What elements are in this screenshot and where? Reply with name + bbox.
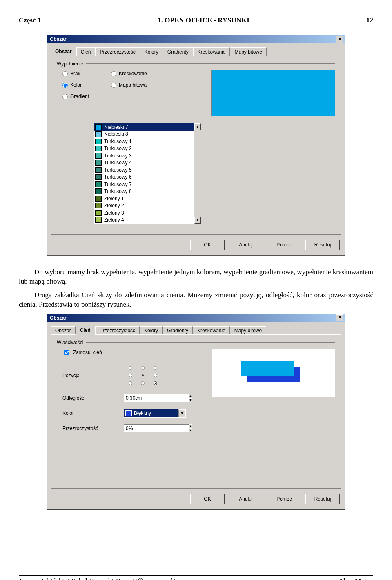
header-center: 1. OPEN OFFICE - RYSUNKI: [158, 16, 249, 25]
color-item[interactable]: Zielony 2: [94, 202, 194, 210]
dialog1-panel: Wypełnienie BrakKolorGradient Kreskowani…: [51, 56, 341, 235]
ok-button[interactable]: OK: [190, 240, 225, 250]
spin-up-icon[interactable]: ▲: [189, 424, 192, 428]
close-icon[interactable]: ✕: [336, 314, 343, 321]
fill-radio-mapa bitowa[interactable]: Mapa bitowa: [111, 81, 147, 89]
dialog2-tabs: ObszarCieńPrzezroczystośćKoloryGradienty…: [47, 322, 345, 334]
area-dialog-2: Obszar ✕ ObszarCieńPrzezroczystośćKolory…: [47, 314, 345, 510]
tab-obszar[interactable]: Obszar: [51, 326, 76, 335]
header-rule: [19, 27, 373, 27]
tab-mapy bitowe[interactable]: Mapy bitowe: [230, 47, 266, 56]
listbox-scrollbar[interactable]: ▲ ▼: [194, 123, 201, 224]
tab-przezroczystość[interactable]: Przezroczystość: [95, 47, 140, 56]
distance-label: Odległość: [62, 395, 124, 401]
scroll-up-icon[interactable]: ▲: [194, 123, 201, 130]
footer-left: Janusz Dębiński, Michał Gawęcki Open Off…: [19, 577, 175, 580]
shadow-preview: [212, 349, 335, 397]
color-item[interactable]: Turkusowy 6: [94, 174, 194, 181]
color-item[interactable]: Niebieski 7: [94, 123, 194, 131]
paragraph-1: Do wyboru mamy brak wypełnienia, wypełni…: [19, 268, 373, 287]
tab-mapy bitowe[interactable]: Mapy bitowe: [230, 326, 266, 335]
spin-down-icon[interactable]: ▼: [189, 398, 192, 402]
color-item[interactable]: Turkusowy 1: [94, 138, 194, 145]
dialog2-panel: Właściwości Zastosuj cień Pozycja: [51, 334, 341, 489]
pomoc-button[interactable]: Pomoc: [267, 240, 301, 250]
dialog1-title: Obszar: [50, 36, 67, 42]
anuluj-button[interactable]: Anuluj: [229, 494, 263, 504]
color-item[interactable]: Zielony 4: [94, 217, 194, 224]
props-group-label: Właściwości: [57, 340, 335, 345]
color-item[interactable]: Turkusowy 4: [94, 159, 194, 167]
tab-kolory[interactable]: Kolory: [140, 326, 163, 335]
shadow-color-combo[interactable]: Błękitny ▼: [124, 409, 186, 418]
transparency-label: Przezroczystość: [62, 425, 124, 431]
apply-shadow-checkbox[interactable]: Zastosuj cień: [62, 349, 204, 356]
dialog2-buttons: OKAnulujPomocResetuj: [47, 492, 345, 509]
header-right: 12: [366, 16, 373, 25]
color-item[interactable]: Turkusowy 5: [94, 166, 194, 174]
position-picker[interactable]: [124, 364, 162, 387]
fill-radio-kolor[interactable]: Kolor: [62, 81, 89, 89]
fill-radio-gradient[interactable]: Gradient: [62, 93, 89, 100]
tab-gradienty[interactable]: Gradienty: [163, 326, 193, 335]
color-listbox[interactable]: Niebieski 7Niebieski 8Turkusowy 1Turkuso…: [94, 123, 201, 224]
fill-radio-brak[interactable]: Brak: [62, 70, 89, 77]
footer-right: AlmaMater: [339, 577, 373, 580]
color-item[interactable]: Turkusowy 3: [94, 152, 194, 159]
fill-radio-kreskowanie[interactable]: Kreskowanie: [111, 70, 147, 77]
tab-kreskowanie[interactable]: Kreskowanie: [193, 47, 230, 56]
ok-button[interactable]: OK: [190, 494, 225, 504]
area-dialog-1: Obszar ✕ ObszarCieńPrzezroczystośćKolory…: [47, 35, 345, 255]
page-footer: Janusz Dębiński, Michał Gawęcki Open Off…: [19, 575, 373, 580]
chevron-down-icon[interactable]: ▼: [178, 409, 185, 417]
resetuj-button[interactable]: Resetuj: [305, 494, 340, 504]
color-item[interactable]: Zielony 1: [94, 195, 194, 202]
fill-group-label: Wypełnienie: [57, 61, 335, 67]
page-header: Część 1 1. OPEN OFFICE - RYSUNKI 12: [19, 16, 373, 26]
color-item[interactable]: Turkusowy 7: [94, 181, 194, 188]
color-item[interactable]: Zielony 3: [94, 209, 194, 217]
distance-spinner[interactable]: ▲▼: [124, 394, 168, 402]
fill-preview: [211, 70, 335, 116]
spin-down-icon[interactable]: ▼: [189, 428, 192, 432]
paragraph-2: Druga zakładka Cień służy do zdefiniowan…: [19, 291, 373, 309]
pomoc-button[interactable]: Pomoc: [267, 494, 301, 504]
header-left: Część 1: [19, 16, 41, 25]
tab-obszar[interactable]: Obszar: [51, 47, 76, 56]
tab-kreskowanie[interactable]: Kreskowanie: [193, 326, 230, 335]
dialog1-tabs: ObszarCieńPrzezroczystośćKoloryGradienty…: [47, 43, 345, 56]
resetuj-button[interactable]: Resetuj: [305, 240, 340, 250]
color-item[interactable]: Niebieski 8: [94, 131, 194, 138]
tab-cień[interactable]: Cień: [76, 47, 96, 56]
tab-gradienty[interactable]: Gradienty: [163, 47, 193, 56]
tab-przezroczystość[interactable]: Przezroczystość: [95, 326, 140, 335]
dialog2-title: Obszar: [50, 315, 67, 321]
scroll-down-icon[interactable]: ▼: [194, 217, 201, 224]
color-item[interactable]: Turkusowy 8: [94, 188, 194, 195]
transparency-spinner[interactable]: ▲▼: [124, 424, 168, 432]
dialog1-buttons: OKAnulujPomocResetuj: [47, 238, 345, 255]
tab-kolory[interactable]: Kolory: [140, 47, 163, 56]
color-item[interactable]: Turkusowy 2: [94, 145, 194, 152]
position-label: Pozycja: [62, 373, 124, 378]
close-icon[interactable]: ✕: [336, 36, 343, 43]
dialog1-titlebar: Obszar ✕: [47, 35, 345, 43]
shadow-color-label: Kolor: [62, 410, 124, 416]
spin-up-icon[interactable]: ▲: [189, 394, 192, 398]
tab-cień[interactable]: Cień: [76, 326, 95, 335]
dialog2-titlebar: Obszar ✕: [47, 314, 345, 322]
anuluj-button[interactable]: Anuluj: [229, 240, 263, 250]
